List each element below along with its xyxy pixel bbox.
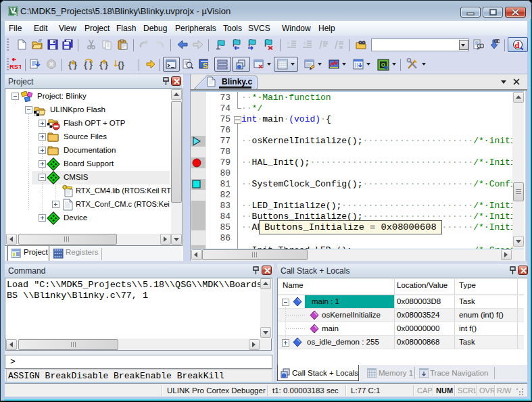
svg-text:}: } (74, 59, 77, 70)
svg-text:{}: {} (118, 59, 124, 70)
svg-text:d: d (514, 40, 520, 50)
svg-text:S: S (203, 61, 208, 70)
svg-text:{: { (99, 59, 103, 70)
svg-text:5: 5 (14, 11, 17, 16)
svg-text:RST: RST (9, 63, 21, 70)
svg-text:{: { (68, 59, 72, 70)
